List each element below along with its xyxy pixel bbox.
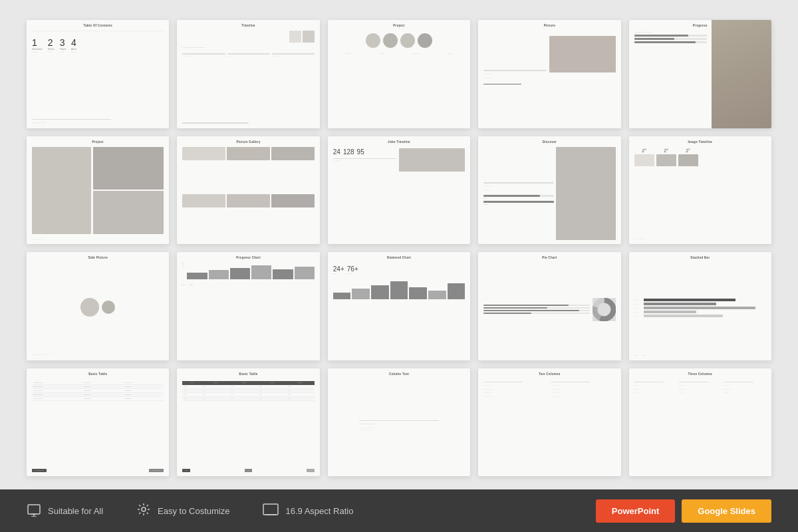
bottom-bar: Suitable for All Easy to Costumize 16.9 … — [0, 489, 798, 532]
slide-14-title: Pie Chart — [483, 256, 615, 259]
slide-9-title: Discover — [483, 140, 615, 144]
google-slides-button[interactable]: Google Slides — [682, 499, 771, 523]
slide-18-title: Column Text — [333, 372, 465, 376]
slide-10-thumb[interactable]: Image Timeline 2° 2° 2° — [629, 136, 771, 245]
feature-aspect: 16.9 Aspect Ratio — [263, 503, 353, 519]
slide-13-title: Diamond Chart — [333, 256, 465, 259]
slide-9-thumb[interactable]: Discover ── ── ── ── ── 80% 100% — [478, 136, 620, 245]
slide-4-title: Picture — [483, 24, 615, 27]
slide-8-thumb[interactable]: Jobs Timeline 24 128 95 ── ── ── — [328, 136, 470, 245]
slide-1-title: Table Of Contents — [32, 24, 164, 27]
aspect-icon — [263, 503, 279, 519]
slide-11-title: Side Picture — [32, 256, 164, 259]
main-content: Table Of Contents 1Introduction──── 2Ser… — [0, 0, 798, 489]
slide-16-thumb[interactable]: Basic Table ──────────────────── ───────… — [27, 368, 169, 477]
slide-12-title: Progress Chart — [182, 256, 314, 259]
slide-5-thumb[interactable]: Progress ────── ────── — [629, 20, 771, 128]
feature-customize: Easy to Costumize — [136, 502, 229, 520]
slide-12-thumb[interactable]: Progress Chart ⬡ ⬡ — [177, 252, 319, 360]
slide-15-title: Stacked Bar — [634, 256, 766, 259]
slide-4-thumb[interactable]: Picture ── ── ── ── ── ── — [478, 20, 620, 128]
bottom-buttons: PowerPoint Google Slides — [596, 499, 771, 523]
slide-3-thumb[interactable]: Project ──── ──── ──── ──── — [328, 20, 470, 128]
powerpoint-button[interactable]: PowerPoint — [596, 499, 676, 523]
slide-7-title: Picture Gallery — [182, 140, 314, 144]
slide-5-title: Progress — [634, 24, 766, 27]
slide-8-title: Jobs Timeline — [333, 140, 465, 144]
suitable-label: Suitable for All — [48, 506, 103, 516]
svg-rect-4 — [28, 505, 40, 514]
feature-suitable: Suitable for All — [27, 502, 103, 520]
svg-rect-9 — [263, 504, 278, 515]
slide-10-title: Image Timeline — [634, 140, 766, 144]
customize-icon — [136, 502, 151, 520]
svg-point-8 — [142, 507, 146, 511]
bottom-features: Suitable for All Easy to Costumize 16.9 … — [27, 502, 353, 520]
slide-20-thumb[interactable]: Three Columns ── ── ── ── ── ── ── ── ──… — [629, 368, 771, 477]
slide-17-title: Basic Table — [182, 372, 314, 376]
slide-1-thumb[interactable]: Table Of Contents 1Introduction──── 2Ser… — [27, 20, 169, 128]
slide-19-thumb[interactable]: Two Columns ── ── ── ── ── ── ── ── ── ─… — [478, 368, 620, 477]
slide-6-title: Project — [32, 140, 164, 144]
slides-grid: Table Of Contents 1Introduction──── 2Ser… — [27, 20, 771, 476]
slide-18-thumb[interactable]: Column Text ────── ────── ── ── ── ── ──… — [328, 368, 470, 477]
slide-7-thumb[interactable]: Picture Gallery — [177, 136, 319, 245]
slide-14-thumb[interactable]: Pie Chart — [478, 252, 620, 360]
customize-label: Easy to Costumize — [158, 506, 229, 516]
slide-2-thumb[interactable]: Timeline ──────────────── ─── ─── ─── ──… — [177, 20, 319, 128]
slide-17-thumb[interactable]: Basic Table ────────────────── ─────────… — [177, 368, 319, 477]
slide-2-title: Timeline — [182, 24, 314, 27]
slide-3-title: Project — [333, 24, 465, 27]
slide-16-title: Basic Table — [32, 372, 164, 376]
aspect-label: 16.9 Aspect Ratio — [285, 506, 353, 516]
slide-19-title: Two Columns — [483, 372, 615, 376]
slide-15-thumb[interactable]: Stacked Bar ──── ──── ──── — [629, 252, 771, 360]
suitable-icon — [27, 502, 41, 520]
slide-13-thumb[interactable]: Diamond Chart 24+ ──── 76+ ──── — [328, 252, 470, 360]
slide-6-thumb[interactable]: Project ── ── ── ── — [27, 136, 169, 245]
slide-11-thumb[interactable]: Side Picture ── ── ── ── ── ── — [27, 252, 169, 360]
slide-20-title: Three Columns — [634, 372, 766, 376]
